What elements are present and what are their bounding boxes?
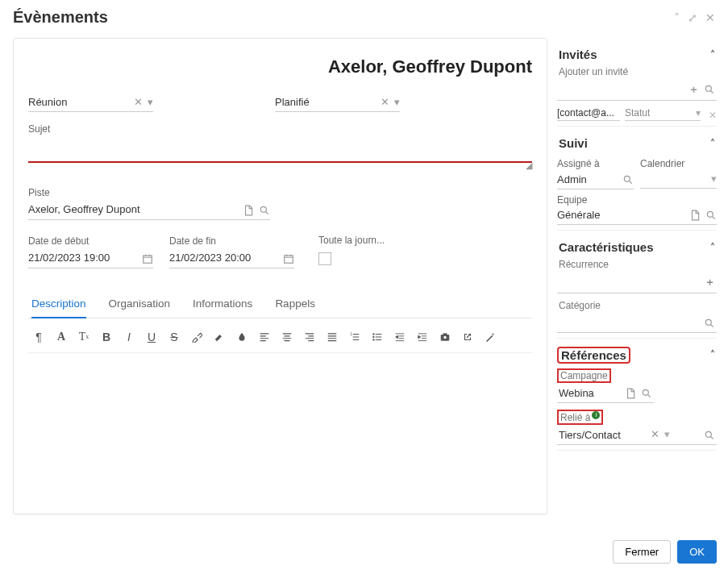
search-icon[interactable] <box>704 428 715 441</box>
search-icon[interactable] <box>641 386 652 399</box>
chevron-down-icon: ▾ <box>711 173 717 185</box>
italic-icon[interactable]: I <box>119 327 139 347</box>
section-caract-toggle[interactable]: Caractéristiques ˄ <box>557 234 717 257</box>
chevron-down-icon[interactable]: ▾ <box>148 96 153 108</box>
calendar-label: Calendrier <box>640 158 717 169</box>
campaign-select[interactable]: Webina <box>557 385 654 403</box>
strike-icon[interactable]: S <box>164 327 185 347</box>
refs-title: Références <box>559 348 629 362</box>
linked-label: Relié ài <box>559 411 601 423</box>
collapse-icon[interactable]: ˄ <box>674 11 680 24</box>
section-suivi-toggle[interactable]: Suivi ˄ <box>557 130 717 153</box>
chevron-up-icon: ˄ <box>710 138 715 149</box>
chevron-up-icon: ˄ <box>710 49 715 60</box>
svg-point-11 <box>624 176 630 181</box>
bold-icon[interactable]: B <box>96 327 117 347</box>
chevron-down-icon[interactable]: ▾ <box>394 96 400 108</box>
chevron-up-icon: ˄ <box>710 242 715 253</box>
plus-icon[interactable]: ＋ <box>688 82 699 97</box>
search-icon[interactable] <box>705 209 717 222</box>
tab-organisation[interactable]: Organisation <box>109 291 171 318</box>
search-icon[interactable] <box>704 316 715 329</box>
allday-label: Toute la journ... <box>318 235 385 246</box>
document-icon[interactable] <box>689 209 701 222</box>
start-date-label: Date de début <box>28 235 153 247</box>
tab-description[interactable]: Description <box>31 291 86 318</box>
close-icon[interactable]: ✕ <box>705 11 715 24</box>
svg-point-0 <box>260 206 266 212</box>
svg-rect-2 <box>285 255 293 262</box>
section-guests-toggle[interactable]: Invités ˄ <box>557 41 717 64</box>
pilcrow-icon[interactable]: ¶ <box>28 327 49 347</box>
calendar-icon[interactable] <box>142 252 153 264</box>
search-icon[interactable] <box>259 203 270 216</box>
subject-input[interactable] <box>28 140 532 163</box>
guest-status-select[interactable]: Statut ▾ <box>625 106 701 121</box>
recurrence-label: Récurrence <box>557 257 717 273</box>
guest-email[interactable]: [contact@a... <box>557 106 620 121</box>
svg-point-12 <box>707 211 713 217</box>
assigned-value: Admin <box>557 173 587 185</box>
indent-icon[interactable] <box>389 327 410 347</box>
ok-button[interactable]: OK <box>677 540 717 564</box>
piste-select[interactable]: Axelor, Geoffrey Dupont <box>28 201 270 220</box>
list-ol-icon[interactable]: 1 <box>344 327 365 347</box>
team-select[interactable]: Générale <box>557 207 717 226</box>
camera-icon[interactable] <box>435 327 456 347</box>
clear-icon[interactable]: ✕ <box>134 96 143 108</box>
expand-icon[interactable]: ⤢ <box>688 11 697 24</box>
clear-icon[interactable]: ✕ <box>381 96 389 108</box>
linked-select[interactable]: Tiers/Contact ✕ ▾ <box>557 426 717 445</box>
end-date-label: Date de fin <box>169 235 294 247</box>
assigned-select[interactable]: Admin <box>557 171 634 189</box>
status-select[interactable]: Planifié ✕ ▾ <box>275 94 400 112</box>
start-date-input[interactable]: 21/02/2023 19:00 <box>28 249 153 268</box>
clear-icon[interactable]: ✕ <box>651 428 659 441</box>
list-ul-icon[interactable] <box>367 327 388 347</box>
document-icon[interactable] <box>243 203 254 216</box>
main-panel: Axelor, Geoffrey Dupont Réunion ✕ ▾ Plan… <box>13 38 547 514</box>
align-center-icon[interactable] <box>277 327 297 347</box>
tabs: Description Organisation Informations Ra… <box>28 291 532 318</box>
external-icon[interactable] <box>457 327 478 347</box>
wand-icon[interactable] <box>480 327 501 347</box>
svg-point-15 <box>705 431 711 437</box>
page-heading: Axelor, Geoffrey Dupont <box>28 56 532 77</box>
remove-guest-icon[interactable]: ✕ <box>709 110 717 121</box>
allday-checkbox[interactable] <box>318 252 331 265</box>
highlight-icon[interactable] <box>209 327 230 347</box>
end-date-input[interactable]: 21/02/2023 20:00 <box>169 249 294 268</box>
close-button[interactable]: Fermer <box>613 540 671 564</box>
calendar-select[interactable]: ▾ <box>640 171 717 189</box>
align-right-icon[interactable] <box>299 327 320 347</box>
document-icon[interactable] <box>625 386 636 399</box>
editor-toolbar: ¶ A Tx B I U S <box>28 318 532 353</box>
search-icon[interactable] <box>704 82 715 97</box>
search-icon[interactable] <box>622 173 634 185</box>
resize-handle-icon[interactable]: ◢ <box>28 160 532 171</box>
calendar-icon[interactable] <box>283 252 294 264</box>
recurrence-add[interactable]: ＋ <box>557 273 717 293</box>
align-justify-icon[interactable] <box>322 327 343 347</box>
editor-body[interactable] <box>28 353 532 474</box>
outdent-icon[interactable] <box>412 327 433 347</box>
svg-rect-9 <box>443 333 447 335</box>
type-select[interactable]: Réunion ✕ ▾ <box>28 94 153 112</box>
align-left-icon[interactable] <box>254 327 275 347</box>
drop-icon[interactable] <box>231 327 252 347</box>
svg-point-5 <box>372 335 374 337</box>
end-date-value: 21/02/2023 20:00 <box>169 252 251 264</box>
start-date-value: 21/02/2023 19:00 <box>28 252 110 264</box>
font-icon[interactable]: A <box>51 327 72 347</box>
chevron-down-icon: ▾ <box>664 428 670 441</box>
category-select[interactable] <box>557 314 717 333</box>
svg-point-4 <box>372 333 374 335</box>
underline-icon[interactable]: U <box>141 327 162 347</box>
info-badge-icon[interactable]: i <box>592 411 600 419</box>
tab-rappels[interactable]: Rappels <box>275 291 315 318</box>
tab-informations[interactable]: Informations <box>193 291 252 318</box>
section-refs-toggle[interactable]: Références ˄ <box>557 342 717 365</box>
modal-title: Évènements <box>13 8 108 27</box>
brush-icon[interactable] <box>186 327 207 347</box>
text-style-icon[interactable]: Tx <box>73 327 94 347</box>
